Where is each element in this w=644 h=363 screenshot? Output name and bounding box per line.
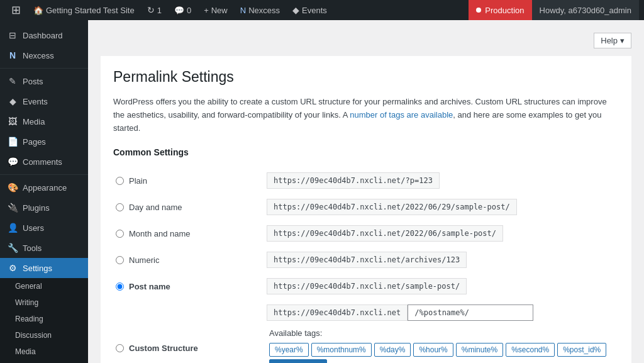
option-text: Day and name bbox=[129, 203, 182, 212]
option-cell: Day and name bbox=[113, 194, 264, 220]
submenu-item-media[interactable]: Media bbox=[0, 343, 88, 360]
content-wrap: Permalink Settings WordPress offers you … bbox=[101, 56, 631, 363]
howdy-button[interactable]: Howdy, a6730d60_admin bbox=[532, 0, 639, 20]
tags-available-link[interactable]: number of tags are available bbox=[350, 110, 453, 120]
menu-separator-2 bbox=[0, 174, 88, 175]
comments-menu-icon: 💬 bbox=[8, 157, 18, 167]
sidebar-item-label: Nexcess bbox=[23, 51, 54, 60]
help-label: Help bbox=[601, 36, 618, 45]
pages-icon: 📄 bbox=[8, 137, 18, 147]
nexcess-item[interactable]: N Nexcess bbox=[234, 0, 286, 20]
table-row: Month and name https://09ec40d4b7.nxcli.… bbox=[113, 220, 619, 247]
wp-logo-icon: ⊞ bbox=[11, 3, 21, 17]
custom-structure-radio[interactable] bbox=[116, 344, 124, 352]
tag-monthnum[interactable]: %monthnum% bbox=[311, 343, 372, 357]
tag-minute[interactable]: %minute% bbox=[456, 343, 503, 357]
numeric-label[interactable]: Numeric bbox=[116, 255, 262, 265]
sidebar-item-comments[interactable]: 💬 Comments bbox=[0, 152, 88, 172]
custom-structure-field[interactable] bbox=[408, 304, 533, 321]
sidebar-item-label: Media bbox=[23, 117, 45, 126]
production-button[interactable]: Production bbox=[469, 0, 531, 20]
sidebar-item-events[interactable]: ◆ Events bbox=[0, 91, 88, 111]
month-name-url: https://09ec40d4b7.nxcli.net/2022/06/sam… bbox=[267, 225, 503, 242]
sidebar-item-pages[interactable]: 📄 Pages bbox=[0, 131, 88, 152]
wp-logo-item[interactable]: ⊞ bbox=[5, 0, 27, 20]
sidebar-item-label: Settings bbox=[23, 264, 52, 273]
option-text: Plain bbox=[129, 176, 147, 186]
tag-postname[interactable]: %postname% bbox=[269, 359, 327, 363]
help-button[interactable]: Help ▾ bbox=[594, 33, 631, 48]
sidebar-item-appearance[interactable]: 🎨 Appearance bbox=[0, 177, 88, 198]
day-name-url: https://09ec40d4b7.nxcli.net/2022/06/29/… bbox=[267, 199, 517, 215]
tag-hour[interactable]: %hour% bbox=[413, 343, 453, 357]
settings-icon: ⚙ bbox=[8, 263, 18, 273]
production-label: Production bbox=[485, 6, 524, 15]
url-cell: https://09ec40d4b7.nxcli.net/archives/12… bbox=[264, 247, 619, 273]
option-text: Custom Structure bbox=[129, 343, 198, 353]
users-icon: 👤 bbox=[8, 223, 18, 233]
sidebar-item-plugins[interactable]: 🔌 Plugins bbox=[0, 198, 88, 218]
sidebar-item-tools[interactable]: 🔧 Tools bbox=[0, 238, 88, 258]
option-cell: Custom Structure bbox=[113, 299, 264, 363]
sidebar-item-nexcess[interactable]: N Nexcess bbox=[0, 45, 88, 65]
nexcess-icon: N bbox=[240, 6, 246, 15]
updates-item[interactable]: ↻ 1 bbox=[141, 0, 168, 20]
tag-second[interactable]: %second% bbox=[506, 343, 555, 357]
updates-count: 1 bbox=[157, 6, 162, 15]
option-text: Post name bbox=[129, 282, 170, 291]
tag-day[interactable]: %day% bbox=[374, 343, 411, 357]
sidebar-item-dashboard[interactable]: ⊟ Dashboard bbox=[0, 25, 88, 45]
site-name-item[interactable]: 🏠 Getting Started Test Site bbox=[27, 0, 141, 20]
howdy-label: Howdy, a6730d60_admin bbox=[540, 6, 631, 15]
url-cell: https://09ec40d4b7.nxcli.net/2022/06/29/… bbox=[264, 194, 619, 220]
admin-bar: ⊞ 🏠 Getting Started Test Site ↻ 1 💬 0 + … bbox=[0, 0, 644, 20]
sidebar-item-media[interactable]: 🖼 Media bbox=[0, 111, 88, 131]
option-cell: Numeric bbox=[113, 247, 264, 273]
sidebar-item-posts[interactable]: ✎ Posts bbox=[0, 71, 88, 91]
tag-year[interactable]: %year% bbox=[269, 343, 309, 357]
appearance-icon: 🎨 bbox=[8, 182, 18, 193]
submenu-item-general[interactable]: General bbox=[0, 278, 88, 294]
permalink-options-table: Plain https://09ec40d4b7.nxcli.net/?p=12… bbox=[113, 167, 619, 363]
custom-base-url: https://09ec40d4b7.nxcli.net bbox=[267, 304, 408, 321]
tag-post-id[interactable]: %post_id% bbox=[557, 343, 606, 357]
url-cell: https://09ec40d4b7.nxcli.net/?p=123 bbox=[264, 167, 619, 194]
day-name-radio[interactable] bbox=[116, 203, 124, 211]
sidebar-item-label: Appearance bbox=[23, 183, 67, 193]
help-area: Help ▾ bbox=[101, 33, 631, 48]
table-row: Day and name https://09ec40d4b7.nxcli.ne… bbox=[113, 194, 619, 220]
events-item[interactable]: ◆ Events bbox=[286, 0, 333, 20]
updates-icon: ↻ bbox=[147, 5, 155, 15]
month-name-radio[interactable] bbox=[116, 230, 124, 238]
custom-structure-label[interactable]: Custom Structure bbox=[116, 343, 262, 353]
submenu-item-discussion[interactable]: Discussion bbox=[0, 327, 88, 343]
events-menu-icon: ◆ bbox=[8, 96, 18, 106]
submenu-label: Writing bbox=[15, 298, 38, 307]
table-row: Custom Structure https://09ec40d4b7.nxcl… bbox=[113, 299, 619, 363]
plain-radio[interactable] bbox=[116, 177, 124, 185]
submenu-item-reading[interactable]: Reading bbox=[0, 311, 88, 327]
help-chevron-icon: ▾ bbox=[620, 36, 625, 45]
post-name-url: https://09ec40d4b7.nxcli.net/sample-post… bbox=[267, 278, 467, 294]
home-icon: 🏠 bbox=[33, 6, 43, 15]
settings-submenu: General Writing Reading Discussion Media… bbox=[0, 278, 88, 363]
submenu-item-permalinks[interactable]: Permalinks bbox=[0, 360, 88, 363]
url-cell: https://09ec40d4b7.nxcli.net/2022/06/sam… bbox=[264, 220, 619, 247]
submenu-item-writing[interactable]: Writing bbox=[0, 294, 88, 311]
sidebar-item-label: Tools bbox=[23, 243, 42, 253]
post-name-radio[interactable] bbox=[116, 282, 124, 291]
sidebar-item-label: Plugins bbox=[23, 203, 50, 213]
day-name-label[interactable]: Day and name bbox=[116, 203, 262, 212]
numeric-radio[interactable] bbox=[116, 256, 124, 264]
sidebar-item-settings[interactable]: ⚙ Settings bbox=[0, 258, 88, 278]
available-tags-label: Available tags: bbox=[269, 328, 616, 338]
sidebar-item-users[interactable]: 👤 Users bbox=[0, 218, 88, 238]
new-item[interactable]: + New bbox=[197, 0, 234, 20]
month-name-label[interactable]: Month and name bbox=[116, 229, 262, 238]
comments-item[interactable]: 💬 0 bbox=[168, 0, 197, 20]
plain-label[interactable]: Plain bbox=[116, 176, 262, 186]
submenu-label: Media bbox=[15, 347, 36, 356]
custom-structure-inputs: https://09ec40d4b7.nxcli.net bbox=[267, 304, 616, 321]
post-name-label[interactable]: Post name bbox=[116, 282, 262, 291]
submenu-label: Discussion bbox=[15, 331, 52, 340]
